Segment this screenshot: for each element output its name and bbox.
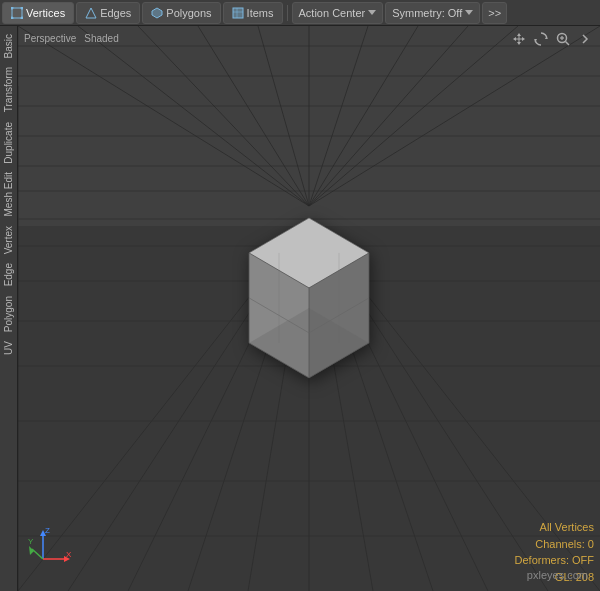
shading-label[interactable]: Shaded	[84, 33, 118, 44]
sidebar-item-edge[interactable]: Edge	[1, 259, 17, 290]
items-icon	[232, 7, 244, 19]
sidebar-item-mesh-edit[interactable]: Mesh Edit	[1, 168, 17, 220]
all-vertices-label: All Vertices	[515, 519, 594, 536]
separator-1	[287, 5, 288, 21]
watermark: pxleyes.com	[527, 567, 588, 584]
svg-text:X: X	[66, 550, 72, 559]
zoom-control-button[interactable]	[554, 30, 572, 48]
move-control-button[interactable]	[510, 30, 528, 48]
edges-icon	[85, 7, 97, 19]
tab-polygons[interactable]: Polygons	[142, 2, 220, 24]
chevron-right-icon	[580, 31, 590, 47]
sidebar-item-uv[interactable]: UV	[1, 337, 17, 359]
symmetry-dropdown[interactable]: Symmetry: Off	[385, 2, 480, 24]
more-options-button[interactable]: >>	[482, 2, 507, 24]
svg-line-82	[32, 549, 43, 559]
svg-marker-5	[86, 8, 96, 18]
sidebar-item-vertex[interactable]: Vertex	[1, 222, 17, 258]
symmetry-label: Symmetry: Off	[392, 7, 462, 19]
more-viewport-options-button[interactable]	[576, 30, 594, 48]
svg-text:Z: Z	[45, 526, 50, 535]
svg-rect-7	[233, 8, 243, 18]
perspective-label[interactable]: Perspective	[24, 33, 76, 44]
rotate-control-button[interactable]	[532, 30, 550, 48]
svg-point-3	[11, 16, 14, 19]
zoom-icon	[555, 31, 571, 47]
polygons-icon	[151, 7, 163, 19]
svg-point-1	[11, 7, 14, 10]
svg-point-4	[21, 16, 24, 19]
rotate-icon	[533, 31, 549, 47]
svg-text:Y: Y	[28, 537, 34, 546]
cube-container	[209, 197, 409, 399]
cube-mesh	[209, 197, 409, 397]
vertices-icon	[11, 7, 23, 19]
channels-label: Channels: 0	[515, 536, 594, 553]
sidebar-item-duplicate[interactable]: Duplicate	[1, 118, 17, 168]
viewport[interactable]: Perspective Shaded	[18, 26, 600, 591]
svg-line-52	[566, 42, 570, 46]
viewport-info: All Vertices Channels: 0 Deformers: OFF …	[515, 519, 594, 585]
tab-items[interactable]: Items	[223, 2, 283, 24]
move-icon	[511, 31, 527, 47]
action-center-arrow	[368, 10, 376, 15]
tab-polygons-label: Polygons	[166, 7, 211, 19]
axis-indicator: Z X Y	[28, 524, 73, 571]
viewport-controls	[510, 30, 594, 48]
axis-gizmo: Z X Y	[28, 524, 73, 569]
sidebar-item-polygon[interactable]: Polygon	[1, 292, 17, 336]
tab-vertices[interactable]: Vertices	[2, 2, 74, 24]
svg-point-2	[21, 7, 24, 10]
symmetry-arrow	[465, 10, 473, 15]
tab-items-label: Items	[247, 7, 274, 19]
sidebar-item-transform[interactable]: Transform	[1, 63, 17, 116]
action-center-label: Action Center	[299, 7, 366, 19]
svg-marker-83	[29, 546, 34, 555]
svg-marker-6	[152, 8, 162, 18]
top-toolbar: Vertices Edges Polygons Items Action Cen…	[0, 0, 600, 26]
sidebar-item-basic[interactable]: Basic	[1, 30, 17, 62]
tab-vertices-label: Vertices	[26, 7, 65, 19]
left-sidebar: Basic Transform Duplicate Mesh Edit Vert…	[0, 26, 18, 591]
tab-edges-label: Edges	[100, 7, 131, 19]
tab-edges[interactable]: Edges	[76, 2, 140, 24]
action-center-dropdown[interactable]: Action Center	[292, 2, 384, 24]
chevron-label: >>	[488, 7, 501, 19]
svg-rect-0	[12, 8, 22, 18]
